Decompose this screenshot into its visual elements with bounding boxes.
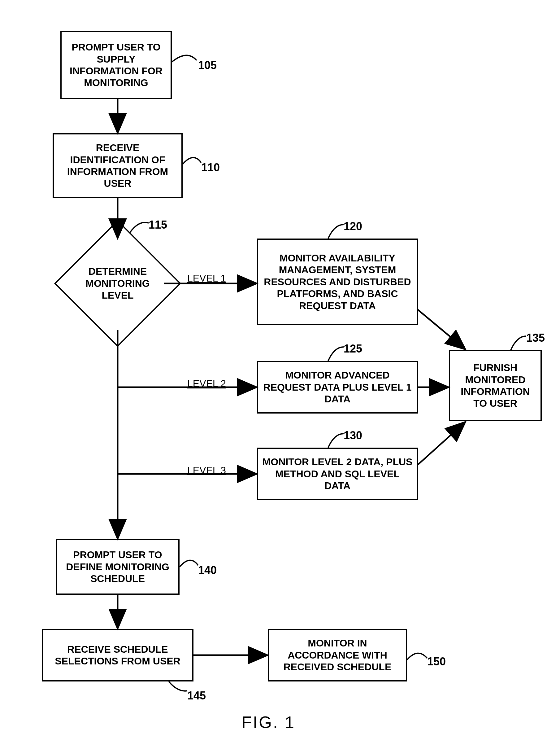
box-125: MONITOR ADVANCED REQUEST DATA PLUS LEVEL… <box>257 361 418 414</box>
box-130-text: MONITOR LEVEL 2 DATA, PLUS METHOD AND SQ… <box>261 456 414 492</box>
box-135: FURNISH MONITORED INFORMATION TO USER <box>449 350 542 421</box>
box-150-text: MONITOR IN ACCORDANCE WITH RECEIVED SCHE… <box>272 637 403 673</box>
ref-135: 135 <box>526 331 545 344</box>
svg-line-7 <box>418 310 464 348</box>
box-110-text: RECEIVE IDENTIFICATION OF INFORMATION FR… <box>57 142 178 189</box>
ref-120: 120 <box>344 220 362 233</box>
box-150: MONITOR IN ACCORDANCE WITH RECEIVED SCHE… <box>268 629 407 682</box>
edge-label-level3: LEVEL 3 <box>187 465 226 476</box>
box-130: MONITOR LEVEL 2 DATA, PLUS METHOD AND SQ… <box>257 448 418 500</box>
figure-label: FIG. 1 <box>241 712 295 732</box>
box-105: PROMPT USER TO SUPPLY INFORMATION FOR MO… <box>60 31 172 99</box>
ref-115: 115 <box>149 218 167 231</box>
diamond-115: DETERMINE MONITORING LEVEL <box>73 238 163 328</box>
box-135-text: FURNISH MONITORED INFORMATION TO USER <box>453 362 537 410</box>
box-140-text: PROMPT USER TO DEFINE MONITORING SCHEDUL… <box>60 549 175 585</box>
ref-110: 110 <box>201 161 220 174</box>
ref-105: 105 <box>198 59 217 72</box>
ref-125: 125 <box>344 342 362 355</box>
box-145-text: RECEIVE SCHEDULE SELECTIONS FROM USER <box>46 643 189 667</box>
edge-label-level2: LEVEL 2 <box>187 378 226 390</box>
ref-145: 145 <box>187 689 206 702</box>
box-145: RECEIVE SCHEDULE SELECTIONS FROM USER <box>42 629 193 682</box>
box-120-text: MONITOR AVAILABILITY MANAGEMENT, SYSTEM … <box>261 252 414 311</box>
ref-150: 150 <box>427 655 446 668</box>
ref-130: 130 <box>344 429 362 442</box>
box-140: PROMPT USER TO DEFINE MONITORING SCHEDUL… <box>56 539 180 595</box>
svg-line-9 <box>418 423 464 465</box>
box-120: MONITOR AVAILABILITY MANAGEMENT, SYSTEM … <box>257 238 418 325</box>
box-125-text: MONITOR ADVANCED REQUEST DATA PLUS LEVEL… <box>261 369 414 405</box>
box-105-text: PROMPT USER TO SUPPLY INFORMATION FOR MO… <box>65 41 167 89</box>
edge-label-level1: LEVEL 1 <box>187 272 226 284</box>
ref-140: 140 <box>198 564 217 577</box>
diamond-115-text: DETERMINE MONITORING LEVEL <box>73 265 163 301</box>
box-110: RECEIVE IDENTIFICATION OF INFORMATION FR… <box>53 133 183 198</box>
